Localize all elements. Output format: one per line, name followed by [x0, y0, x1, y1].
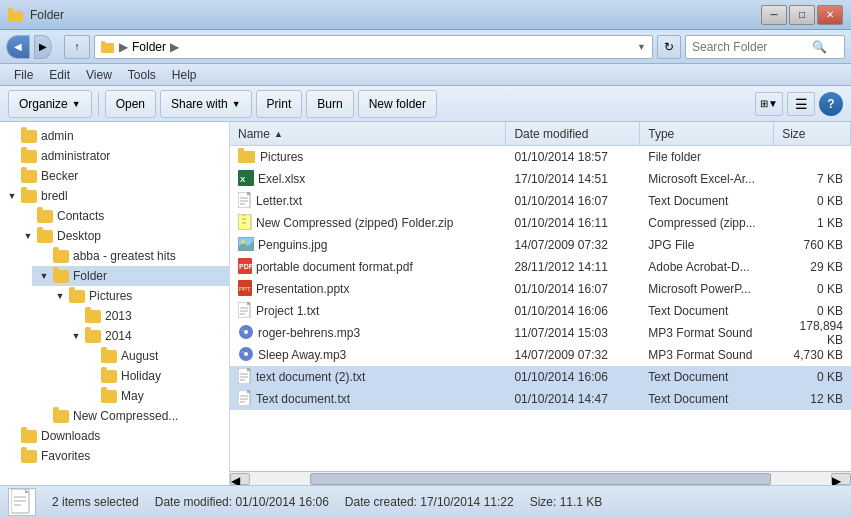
- back-button[interactable]: ◀: [6, 35, 30, 59]
- sidebar-item-2014[interactable]: ▼ 2014: [64, 326, 229, 346]
- file-date: 01/10/2014 16:07: [506, 194, 640, 208]
- svg-rect-3: [101, 41, 105, 44]
- table-row[interactable]: Pictures 01/10/2014 18:57 File folder: [230, 146, 851, 168]
- minimize-button[interactable]: ─: [761, 5, 787, 25]
- file-type: Microsoft Excel-Ar...: [640, 172, 774, 186]
- dropdown-arrow[interactable]: ▼: [637, 42, 646, 52]
- table-row[interactable]: PDF portable document format.pdf 28/11/2…: [230, 256, 851, 278]
- status-selection: 2 items selected: [52, 495, 139, 509]
- file-type: File folder: [640, 150, 774, 164]
- sidebar-item-august[interactable]: August: [80, 346, 229, 366]
- new-folder-label: New folder: [369, 97, 426, 111]
- col-header-type[interactable]: Type: [640, 122, 774, 145]
- open-button[interactable]: Open: [105, 90, 156, 118]
- forward-button[interactable]: ▶: [34, 35, 52, 59]
- search-input[interactable]: [692, 40, 812, 54]
- folder-icon: [52, 268, 70, 284]
- share-arrow: ▼: [232, 99, 241, 109]
- file-name: New Compressed (zipped) Folder.zip: [256, 216, 453, 230]
- share-button[interactable]: Share with ▼: [160, 90, 252, 118]
- sidebar-item-desktop[interactable]: ▼ Desktop: [16, 226, 229, 246]
- sidebar-item-bredl[interactable]: ▼ bredl: [0, 186, 229, 206]
- sidebar-item-new-compressed[interactable]: New Compressed...: [32, 406, 229, 426]
- help-button[interactable]: ?: [819, 92, 843, 116]
- sidebar-item-holiday[interactable]: Holiday: [80, 366, 229, 386]
- table-row[interactable]: text document (2).txt 01/10/2014 16:06 T…: [230, 366, 851, 388]
- address-path: Folder: [132, 40, 166, 54]
- title-bar-left: Folder: [8, 8, 64, 22]
- sidebar-item-abba[interactable]: abba - greatest hits: [32, 246, 229, 266]
- menu-help[interactable]: Help: [164, 66, 205, 84]
- menu-bar: File Edit View Tools Help: [0, 64, 851, 86]
- table-row[interactable]: Project 1.txt 01/10/2014 16:06 Text Docu…: [230, 300, 851, 322]
- file-type-icon: [238, 214, 252, 233]
- file-name: Presentation.pptx: [256, 282, 349, 296]
- file-size: 760 KB: [774, 238, 851, 252]
- h-scroll-thumb[interactable]: [310, 473, 771, 485]
- sidebar-item-favorites[interactable]: Favorites: [0, 446, 229, 466]
- col-header-size[interactable]: Size: [774, 122, 851, 145]
- sidebar-item-may[interactable]: May: [80, 386, 229, 406]
- folder-icon: [20, 448, 38, 464]
- view-button[interactable]: ⊞▼: [755, 92, 783, 116]
- sidebar-item-folder[interactable]: ▼ Folder: [32, 266, 229, 286]
- menu-file[interactable]: File: [6, 66, 41, 84]
- file-name: Exel.xlsx: [258, 172, 305, 186]
- close-button[interactable]: ✕: [817, 5, 843, 25]
- toolbar-right: ⊞▼ ☰ ?: [755, 92, 843, 116]
- sidebar-item-becker[interactable]: Becker: [0, 166, 229, 186]
- new-folder-button[interactable]: New folder: [358, 90, 437, 118]
- table-row[interactable]: Text document.txt 01/10/2014 14:47 Text …: [230, 388, 851, 410]
- table-row[interactable]: Letter.txt 01/10/2014 16:07 Text Documen…: [230, 190, 851, 212]
- expander[interactable]: ▼: [36, 268, 52, 284]
- col-header-date[interactable]: Date modified: [506, 122, 640, 145]
- table-row[interactable]: ♪ roger-behrens.mp3 11/07/2014 15:03 MP3…: [230, 322, 851, 344]
- h-scroll-right[interactable]: ▶: [831, 473, 851, 485]
- burn-button[interactable]: Burn: [306, 90, 353, 118]
- expander[interactable]: ▼: [68, 328, 84, 344]
- sidebar-item-administrator[interactable]: administrator: [0, 146, 229, 166]
- burn-label: Burn: [317, 97, 342, 111]
- menu-tools[interactable]: Tools: [120, 66, 164, 84]
- sidebar-item-contacts[interactable]: Contacts: [16, 206, 229, 226]
- expander[interactable]: ▼: [4, 188, 20, 204]
- print-button[interactable]: Print: [256, 90, 303, 118]
- svg-rect-14: [242, 214, 246, 216]
- horizontal-scrollbar[interactable]: ◀ ▶: [230, 471, 851, 485]
- file-size: 29 KB: [774, 260, 851, 274]
- file-date: 01/10/2014 16:07: [506, 282, 640, 296]
- sidebar-item-admin[interactable]: admin: [0, 126, 229, 146]
- sidebar-item-2013[interactable]: 2013: [64, 306, 229, 326]
- folder-icon: [52, 248, 70, 264]
- address-field[interactable]: ▶ Folder ▶ ▼: [94, 35, 653, 59]
- h-scroll-left[interactable]: ◀: [230, 473, 250, 485]
- file-type: Text Document: [640, 304, 774, 318]
- file-size: 0 KB: [774, 194, 851, 208]
- file-date: 28/11/2012 14:11: [506, 260, 640, 274]
- search-icon[interactable]: 🔍: [812, 40, 827, 54]
- organize-button[interactable]: Organize ▼: [8, 90, 92, 118]
- folder-icon: [8, 8, 24, 22]
- table-row[interactable]: X Exel.xlsx 17/10/2014 14:51 Microsoft E…: [230, 168, 851, 190]
- expander[interactable]: ▼: [52, 288, 68, 304]
- table-row[interactable]: ♪ Sleep Away.mp3 14/07/2009 07:32 MP3 Fo…: [230, 344, 851, 366]
- sidebar-item-pictures[interactable]: ▼ Pictures: [48, 286, 229, 306]
- sidebar-item-downloads[interactable]: Downloads: [0, 426, 229, 446]
- folder-icon-small: [101, 41, 115, 53]
- pane-button[interactable]: ☰: [787, 92, 815, 116]
- menu-edit[interactable]: Edit: [41, 66, 78, 84]
- table-row[interactable]: Penguins.jpg 14/07/2009 07:32 JPG File 7…: [230, 234, 851, 256]
- menu-view[interactable]: View: [78, 66, 120, 84]
- search-box[interactable]: 🔍: [685, 35, 845, 59]
- table-row[interactable]: New Compressed (zipped) Folder.zip 01/10…: [230, 212, 851, 234]
- expander[interactable]: ▼: [20, 228, 36, 244]
- svg-point-32: [244, 352, 248, 356]
- maximize-button[interactable]: □: [789, 5, 815, 25]
- file-date: 11/07/2014 15:03: [506, 326, 640, 340]
- file-type-icon: [238, 390, 252, 409]
- table-row[interactable]: PPT Presentation.pptx 01/10/2014 16:07 M…: [230, 278, 851, 300]
- refresh-button[interactable]: ↻: [657, 35, 681, 59]
- file-type-icon: [238, 368, 252, 387]
- col-header-name[interactable]: Name ▲: [230, 122, 506, 145]
- up-button[interactable]: ↑: [64, 35, 90, 59]
